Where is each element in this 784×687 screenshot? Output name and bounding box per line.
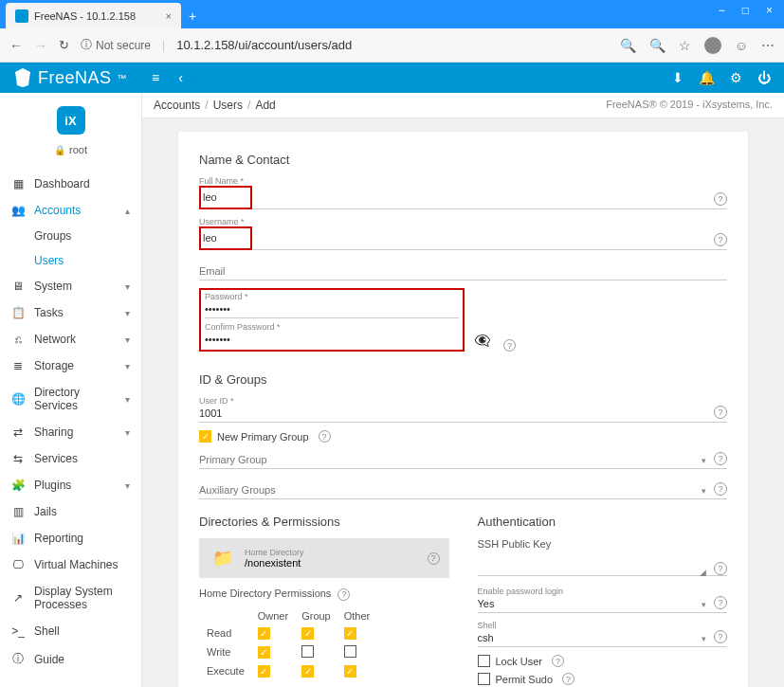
auxiliary-groups-select[interactable] [199, 482, 727, 499]
perm-read-other[interactable]: ✓ [344, 627, 356, 640]
browser-toolbar: ← → ↻ ⓘ Not secure | 10.1.2.158/ui/accou… [0, 28, 784, 63]
sidebar-sub-users[interactable]: Users [0, 248, 141, 273]
menu-toggle-icon[interactable]: ≡ [142, 70, 169, 85]
perm-write-other[interactable] [344, 645, 356, 658]
user-id-input[interactable] [199, 406, 727, 423]
more-icon[interactable]: ⋯ [761, 38, 775, 53]
sidebar-item-jails[interactable]: ▥Jails [0, 498, 141, 525]
address-bar[interactable]: 10.1.2.158/ui/account/users/add [176, 38, 609, 52]
password-input[interactable] [205, 301, 459, 318]
new-tab-button[interactable]: + [189, 9, 196, 24]
perm-read-owner[interactable]: ✓ [258, 627, 270, 640]
back-icon[interactable]: ‹ [169, 70, 192, 85]
sidebar-item-reporting[interactable]: 📊Reporting [0, 525, 141, 551]
profile-icon[interactable] [704, 37, 721, 54]
help-icon[interactable]: ? [714, 630, 727, 643]
sidebar-item-network[interactable]: ⎌Network▾ [0, 326, 141, 353]
notifications-icon[interactable]: 🔔 [699, 70, 715, 85]
help-icon[interactable]: ? [714, 406, 727, 419]
sidebar-item-sharing[interactable]: ⇄Sharing▾ [0, 419, 141, 445]
sidebar-item-shell[interactable]: >_Shell [0, 618, 141, 644]
zoom-in-icon[interactable]: 🔍 [649, 38, 665, 53]
chevron-icon: ▾ [125, 334, 130, 345]
menu-icon: ≣ [11, 359, 25, 372]
menu-icon: 🌐 [11, 392, 25, 406]
folder-icon: 📁 [212, 548, 233, 569]
ssh-key-input[interactable] [478, 555, 728, 576]
perm-read-group[interactable]: ✓ [301, 627, 314, 640]
username-input[interactable] [203, 230, 248, 246]
chevron-icon: ▾ [125, 281, 130, 292]
sidebar-item-accounts[interactable]: 👥Accounts▴ [0, 197, 141, 224]
shell-select[interactable] [478, 630, 728, 647]
confirm-password-input[interactable] [205, 332, 459, 348]
reload-button[interactable]: ↻ [59, 38, 69, 52]
permit-sudo-checkbox[interactable] [478, 673, 490, 685]
security-indicator[interactable]: ⓘ Not secure [81, 37, 151, 53]
sidebar-item-guide[interactable]: ⓘGuide [0, 644, 141, 674]
email-input[interactable] [199, 263, 727, 280]
resize-icon[interactable]: ◢ [700, 568, 706, 577]
sidebar-item-services[interactable]: ⇆Services [0, 445, 141, 472]
sidebar-sub-groups[interactable]: Groups [0, 224, 141, 248]
section-dir-perms: Directories & Permissions [199, 515, 449, 529]
help-icon[interactable]: ? [714, 562, 727, 575]
sidebar: iX 🔒 root ▦Dashboard👥Accounts▴GroupsUser… [0, 93, 142, 687]
perm-exec-group[interactable]: ✓ [301, 665, 314, 678]
full-name-input[interactable] [203, 190, 248, 206]
download-icon[interactable]: ⬇ [672, 70, 684, 85]
feedback-icon[interactable]: ☺ [735, 38, 748, 53]
help-icon[interactable]: ? [714, 192, 727, 206]
sidebar-item-dashboard[interactable]: ▦Dashboard [0, 171, 141, 197]
close-window-icon[interactable]: × [766, 4, 773, 17]
help-icon[interactable]: ? [714, 452, 727, 465]
help-icon[interactable]: ? [714, 596, 727, 609]
lock-user-checkbox[interactable] [478, 655, 490, 667]
perm-write-owner[interactable]: ✓ [258, 646, 270, 659]
menu-icon: 📋 [11, 306, 25, 319]
help-icon[interactable]: ? [552, 655, 564, 667]
crumb-users[interactable]: Users [213, 99, 243, 112]
close-icon[interactable]: × [166, 10, 172, 22]
favorite-icon[interactable]: ☆ [679, 38, 691, 53]
help-icon[interactable]: ? [337, 588, 350, 601]
perm-write-group[interactable] [301, 645, 314, 658]
primary-group-select[interactable] [199, 452, 727, 469]
perm-exec-other[interactable]: ✓ [344, 665, 356, 678]
maximize-icon[interactable]: □ [742, 4, 749, 17]
visibility-off-icon[interactable]: 👁‍🗨 [474, 333, 490, 352]
help-icon[interactable]: ? [428, 552, 440, 565]
enable-pw-login-select[interactable] [478, 596, 728, 613]
sidebar-item-directory-services[interactable]: 🌐Directory Services▾ [0, 379, 141, 419]
crumb-accounts[interactable]: Accounts [154, 99, 200, 112]
section-name-contact: Name & Contact [199, 153, 727, 167]
sidebar-item-display-system-processes[interactable]: ↗Display System Processes [0, 578, 141, 618]
sidebar-item-virtual-machines[interactable]: 🖵Virtual Machines [0, 551, 141, 578]
help-icon[interactable]: ? [503, 339, 516, 352]
help-icon[interactable]: ? [319, 430, 331, 443]
sidebar-item-plugins[interactable]: 🧩Plugins▾ [0, 472, 141, 498]
brand[interactable]: FreeNAS™ [0, 68, 142, 88]
help-icon[interactable]: ? [714, 482, 727, 496]
help-icon[interactable]: ? [714, 233, 727, 246]
browser-tab[interactable]: FreeNAS - 10.1.2.158 × [6, 3, 181, 28]
current-user[interactable]: 🔒 root [54, 144, 87, 155]
menu-icon: ⇆ [11, 452, 25, 465]
sidebar-item-storage[interactable]: ≣Storage▾ [0, 353, 141, 379]
home-directory-box[interactable]: 📁 Home Directory /nonexistent ? [199, 538, 449, 578]
tab-title: FreeNAS - 10.1.2.158 [34, 10, 136, 22]
sidebar-item-tasks[interactable]: 📋Tasks▾ [0, 299, 141, 326]
settings-icon[interactable]: ⚙ [730, 70, 742, 85]
power-icon[interactable]: ⏻ [757, 70, 771, 85]
zoom-out-icon[interactable]: 🔍 [620, 38, 636, 53]
help-icon[interactable]: ? [562, 673, 574, 685]
back-button[interactable]: ← [9, 38, 23, 53]
perm-exec-owner[interactable]: ✓ [258, 665, 270, 678]
new-primary-group-checkbox[interactable]: ✓ [199, 430, 211, 443]
permissions-table: OwnerGroupOther Read✓✓✓ Write✓ Execute✓✓… [199, 606, 377, 681]
lock-icon: 🔒 [54, 145, 65, 155]
form-card: Name & Contact Full Name * ? Username * … [178, 132, 748, 687]
sidebar-item-system[interactable]: 🖥System▾ [0, 273, 141, 299]
minimize-icon[interactable]: − [719, 4, 725, 17]
forward-button[interactable]: → [34, 38, 47, 53]
